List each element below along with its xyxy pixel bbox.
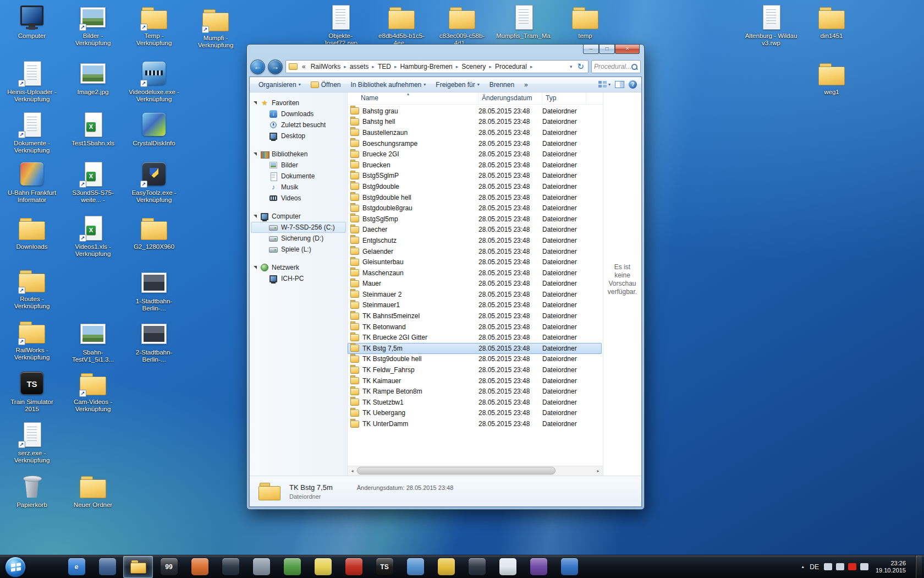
sidebar-item-videos[interactable]: Videos — [250, 193, 347, 204]
breadcrumb-item-hamburg-bremen[interactable]: Hamburg-Bremen — [397, 63, 455, 70]
taskbar-editor-green-icon[interactable] — [277, 556, 307, 578]
desktop-icon-routes-verkn-pfung[interactable]: ↗Routes - Verknüpfung — [4, 268, 59, 310]
sidebar-item-dokumente[interactable]: Dokumente — [250, 171, 347, 182]
expander-icon[interactable] — [254, 215, 257, 218]
desktop-icon-sbahn-testv1-5i1-3[interactable]: Sbahn-TestV1_5i1.3... — [65, 321, 120, 363]
desktop-icon-din1451[interactable]: din1451 — [804, 4, 859, 40]
back-button[interactable]: ← — [250, 59, 265, 74]
scroll-right-arrow[interactable]: ▸ — [593, 466, 603, 476]
taskbar-audio-purple-icon[interactable] — [524, 556, 553, 578]
breadcrumb-item-assets[interactable]: assets — [347, 63, 372, 70]
taskbar-utility-icon[interactable] — [246, 556, 276, 578]
taskbar-windows-explorer-icon[interactable] — [123, 556, 153, 578]
taskbar-notebook-icon[interactable] — [493, 556, 522, 578]
desktop-icon-easytoolz-exe-verkn-pfung[interactable]: ↗EasyToolz.exe - Verknüpfung — [127, 161, 182, 204]
desktop-icon-weg1[interactable]: weg1 — [804, 61, 859, 96]
desktop-icon-e8db4d5b-b1c5-4ee[interactable]: e8db4d5b-b1c5-4ee... — [374, 4, 429, 47]
taskbar-windows-app-icon[interactable] — [554, 556, 584, 578]
file-row-bstg9double[interactable]: Bstg9double28.05.2015 23:48Dateiordner — [348, 181, 603, 192]
file-row-tk-uebergang[interactable]: TK Uebergang28.05.2015 23:48Dateiordner — [348, 408, 603, 419]
breadcrumb-item-procedural[interactable]: Procedural — [492, 63, 530, 70]
toolbar-freigeben-f-r[interactable]: Freigeben für▾ — [431, 79, 483, 91]
desktop-icon-cam-videos-verkn-pfung[interactable]: ↗Cam-Videos - Verknüpfung — [65, 370, 120, 413]
sidebar-section-favoriten[interactable]: Favoriten — [250, 97, 347, 108]
desktop-icon-heinis-uploader-verkn-pfung[interactable]: ↗Heinis-Uploader - Verknüpfung — [4, 61, 59, 103]
help-button[interactable]: ? — [629, 80, 637, 89]
show-desktop-button[interactable] — [915, 555, 922, 578]
tray-display-icon[interactable] — [836, 563, 844, 570]
sidebar-item-bilder[interactable]: Bilder — [250, 160, 347, 171]
desktop-icon-bilder-verkn-pfung[interactable]: ↗Bilder - Verknüpfung — [65, 4, 120, 47]
tray-expand-icon[interactable]: ▲ — [801, 565, 805, 569]
scrollbar-thumb[interactable] — [357, 467, 556, 475]
desktop-icon-papierkorb[interactable]: Papierkorb — [4, 473, 59, 509]
sidebar-item-sicherung-d[interactable]: Sicherung (D:) — [250, 233, 347, 244]
tray-antivirus-icon[interactable] — [848, 563, 856, 570]
forward-button[interactable]: → — [268, 59, 283, 74]
minimize-button[interactable]: – — [583, 45, 599, 54]
sidebar-section-computer[interactable]: Computer — [250, 210, 347, 222]
sidebar-item-w-7-ssd-256-c[interactable]: W-7-SSD-256 (C:) — [251, 222, 346, 233]
breadcrumb-item-railworks[interactable]: RailWorks — [308, 63, 343, 70]
expander-icon[interactable] — [254, 152, 257, 156]
taskbar-crossing-sign-icon[interactable] — [431, 556, 461, 578]
desktop-icon-dokumente-verkn-pfung[interactable]: ↗Dokumente - Verknüpfung — [4, 112, 59, 154]
taskbar-paint-icon[interactable] — [400, 556, 430, 578]
desktop-icon-g2-1280x960[interactable]: G2_1280X960 — [127, 215, 182, 250]
scrollbar-track[interactable] — [357, 466, 593, 476]
desktop-icon-railworks-verkn-pfung[interactable]: ↗RailWorks - Verknüpfung — [4, 319, 59, 361]
breadcrumb-separator-icon[interactable]: ▸ — [530, 64, 534, 69]
taskbar-train-simulator-icon[interactable]: TS — [370, 556, 399, 578]
change-view-button[interactable]: ▾ — [598, 81, 610, 88]
taskbar-messenger-99-icon[interactable]: 99 — [154, 556, 184, 578]
expander-icon[interactable] — [254, 266, 257, 269]
column-header-date[interactable]: Änderungsdatum — [479, 92, 542, 104]
desktop-icon-downloads[interactable]: Downloads — [4, 215, 59, 250]
file-row-bstg9double-hell[interactable]: Bstg9double hell28.05.2015 23:48Dateiord… — [348, 192, 603, 203]
sidebar-item-downloads[interactable]: Downloads — [250, 108, 347, 119]
language-indicator[interactable]: DE — [810, 563, 819, 571]
column-header-name[interactable]: Name ▴ — [348, 92, 479, 104]
toolbar-ffnen[interactable]: Öffnen — [306, 79, 345, 91]
horizontal-scrollbar[interactable]: ◂ ▸ — [348, 466, 603, 476]
start-button[interactable] — [5, 557, 26, 577]
desktop-icon-temp[interactable]: temp — [558, 4, 613, 40]
file-row-bstgdouble8grau[interactable]: Bstgdouble8grau28.05.2015 23:48Dateiordn… — [348, 203, 603, 214]
file-row-tk-bruecke-2gi-gitter[interactable]: TK Bruecke 2GI Gitter28.05.2015 23:48Dat… — [348, 332, 603, 343]
toolbar-brennen[interactable]: Brennen — [485, 79, 519, 91]
clock[interactable]: 23:26 19.10.2015 — [876, 560, 906, 574]
desktop-icon-computer[interactable]: Computer — [4, 4, 59, 40]
file-row-tk-bstg-7-5m[interactable]: TK Bstg 7,5m28.05.2015 23:48Dateiordner — [348, 343, 602, 354]
file-row-tk-kaimauer[interactable]: TK Kaimauer28.05.2015 23:48Dateiordner — [348, 375, 603, 386]
file-row-daecher[interactable]: Daecher28.05.2015 23:48Dateiordner — [348, 225, 603, 236]
breadcrumb-overflow[interactable]: « — [300, 63, 308, 70]
file-row-bahstg-grau[interactable]: Bahstg grau28.05.2015 23:48Dateiordner — [348, 106, 603, 117]
desktop-icon-2-stadtbahn-berlin[interactable]: 2-Stadtbahn-Berlin-... — [127, 321, 182, 363]
taskbar-remote-desktop-icon[interactable] — [216, 556, 245, 578]
file-row-bruecken[interactable]: Bruecken28.05.2015 23:48Dateiordner — [348, 160, 603, 171]
desktop[interactable]: Computer↗Bilder - Verknüpfung↗Temp - Ver… — [0, 0, 924, 555]
file-row-tk-stuetzbw1[interactable]: TK Stuetzbw128.05.2015 23:48Dateiordner — [348, 397, 603, 408]
desktop-icon-videodeluxe-exe-verkn-pfung[interactable]: ↗Videodeluxe.exe - Verknüpfung — [127, 61, 182, 103]
desktop-icon-u-bahn-frankfurt-informator[interactable]: U-Bahn Frankfurt Informator — [4, 161, 59, 204]
file-row-bstgsgl5mp[interactable]: BstgSgl5mp28.05.2015 23:48Dateiordner — [348, 214, 603, 225]
scroll-left-arrow[interactable]: ◂ — [348, 466, 357, 476]
file-row-bstg5sglmp[interactable]: Bstg5SglmP28.05.2015 23:48Dateiordner — [348, 171, 603, 182]
desktop-icon-s3unds5-s75-weite-verkn-pfung[interactable]: ↗S3undS5-S75-weite... - Verknüpfung — [65, 161, 120, 204]
refresh-button[interactable]: ↻ — [575, 62, 586, 72]
toolbar-in-bibliothek-aufnehmen[interactable]: In Bibliothek aufnehmen▾ — [346, 79, 431, 91]
file-row-bahstg-hell[interactable]: Bahstg hell28.05.2015 23:48Dateiordner — [348, 117, 603, 128]
file-row-tk-feldw-fahrsp[interactable]: TK Feldw_Fahrsp28.05.2015 23:48Dateiordn… — [348, 364, 603, 375]
taskbar-winamp-icon[interactable] — [185, 556, 215, 578]
taskbar-monitor-app-icon[interactable] — [462, 556, 492, 578]
sidebar-item-desktop[interactable]: Desktop — [250, 130, 347, 141]
taskbar-internet-explorer-icon[interactable]: e — [62, 556, 91, 578]
title-bar[interactable]: – □ × — [249, 45, 642, 59]
desktop-icon-mumpfi-verkn-pfung[interactable]: ↗Mumpfi - Verknüpfung — [188, 7, 243, 49]
sidebar-item-musik[interactable]: Musik — [250, 182, 347, 193]
sidebar-item-zuletzt-besucht[interactable]: Zuletzt besucht — [250, 119, 347, 130]
file-row-baustellenzaun[interactable]: Baustellenzaun28.05.2015 23:48Dateiordne… — [348, 127, 603, 138]
desktop-icon-mumpfis-tram-ma[interactable]: Mumpfis_Tram_Ma... — [496, 4, 551, 40]
file-row-tk-bahnst5meinzel[interactable]: TK Bahnst5meinzel28.05.2015 23:48Dateior… — [348, 310, 603, 321]
tray-keyboard-indicator-icon[interactable] — [824, 563, 832, 570]
